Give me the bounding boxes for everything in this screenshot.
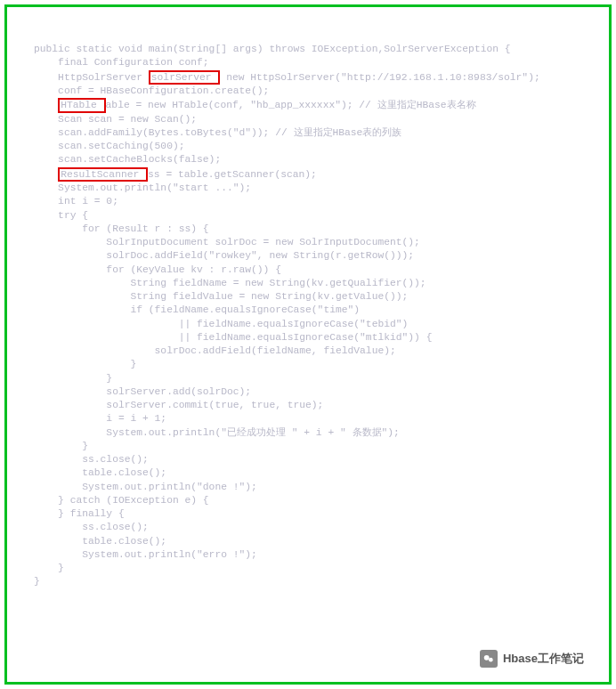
highlight-solrserver: solrServer bbox=[149, 70, 221, 85]
code-line: String fieldName = new String(kv.getQual… bbox=[34, 278, 426, 288]
code-line: System.out.println("已经成功处理 " + i + " 条数据… bbox=[34, 427, 400, 438]
wechat-icon bbox=[480, 650, 498, 668]
screenshot-frame: public static void main(String[] args) t… bbox=[4, 4, 612, 685]
code-line: } bbox=[34, 373, 112, 384]
code-line: table.close(); bbox=[34, 536, 166, 547]
code-line: i = i + 1; bbox=[34, 413, 166, 424]
code-line: scan.addFamily(Bytes.toBytes("d")); // 这… bbox=[34, 127, 401, 138]
highlight-htable: HTable bbox=[58, 98, 105, 112]
code-line: public static void main(String[] args) t… bbox=[34, 44, 511, 54]
code-line: for (KeyValue kv : r.raw()) { bbox=[34, 264, 281, 275]
code-line: new HttpSolrServer("http://192.168.1.10:… bbox=[220, 72, 539, 83]
code-line: try { bbox=[34, 210, 88, 221]
code-line: SolrInputDocument solrDoc = new SolrInpu… bbox=[34, 237, 420, 247]
code-line: ss.close(); bbox=[34, 522, 149, 532]
code-line: } bbox=[34, 563, 64, 573]
code-line: System.out.println("start ..."); bbox=[34, 182, 251, 193]
code-line: conf = HBaseConfiguration.create(); bbox=[34, 85, 269, 96]
highlight-resultscanner: ResultScanner bbox=[58, 167, 148, 182]
code-line: || fieldName.equalsIgnoreCase("mtlkid"))… bbox=[34, 332, 432, 343]
code-line: System.out.println("erro !"); bbox=[34, 549, 257, 560]
code-line: System.out.println("done !"); bbox=[34, 482, 257, 492]
code-line: solrServer.add(solrDoc); bbox=[34, 386, 251, 397]
code-line: final Configuration conf; bbox=[34, 57, 209, 68]
svg-point-0 bbox=[484, 655, 490, 661]
footer-attribution: Hbase工作笔记 bbox=[480, 650, 584, 668]
code-line: solrServer.commit(true, true, true); bbox=[34, 400, 323, 410]
code-line bbox=[34, 169, 58, 180]
code-line: } bbox=[34, 359, 136, 369]
code-line: table.close(); bbox=[34, 467, 166, 478]
code-line: if (fieldName.equalsIgnoreCase("time") bbox=[34, 304, 360, 315]
code-line: scan.setCaching(500); bbox=[34, 141, 184, 151]
footer-label: Hbase工作笔记 bbox=[503, 651, 584, 667]
code-line: able = new HTable(conf, "hb_app_xxxxxx")… bbox=[106, 100, 476, 110]
code-line: String fieldValue = new String(kv.getVal… bbox=[34, 291, 408, 302]
code-line: solrDoc.addField("rowkey", new String(r.… bbox=[34, 250, 414, 261]
code-line: } bbox=[34, 441, 88, 451]
code-line: ss.close(); bbox=[34, 454, 149, 465]
code-line: HttpSolrServer bbox=[34, 72, 149, 83]
code-line: ss = table.getScanner(scan); bbox=[148, 169, 317, 180]
code-line bbox=[34, 100, 58, 110]
code-line: solrDoc.addField(fieldName, fieldValue); bbox=[34, 345, 396, 356]
code-line: } finally { bbox=[34, 508, 125, 519]
code-line: } bbox=[34, 576, 40, 587]
svg-point-1 bbox=[489, 658, 493, 662]
code-line: } catch (IOException e) { bbox=[34, 495, 209, 506]
code-line: || fieldName.equalsIgnoreCase("tebid") bbox=[34, 319, 408, 329]
code-line: int i = 0; bbox=[34, 196, 118, 207]
code-line: scan.setCacheBlocks(false); bbox=[34, 154, 221, 165]
code-line: for (Result r : ss) { bbox=[34, 223, 209, 234]
code-line: Scan scan = new Scan(); bbox=[34, 114, 197, 125]
code-block: public static void main(String[] args) t… bbox=[34, 43, 582, 628]
